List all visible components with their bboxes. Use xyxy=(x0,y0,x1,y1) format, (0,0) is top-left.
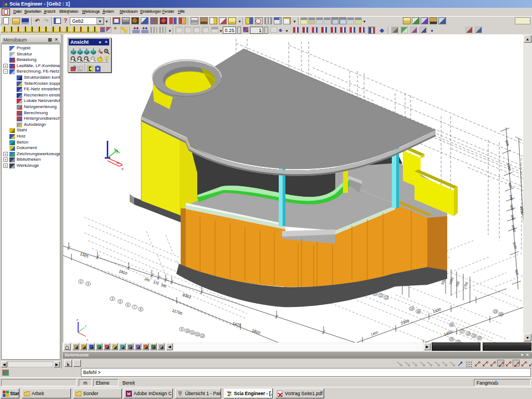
svg-text:15: 15 xyxy=(417,310,420,313)
svg-text:600: 600 xyxy=(505,140,510,147)
svg-text:13: 13 xyxy=(201,334,204,337)
svg-text:20: 20 xyxy=(499,313,503,316)
svg-text:16: 16 xyxy=(450,323,453,326)
svg-text:11700: 11700 xyxy=(172,308,183,315)
svg-text:1140: 1140 xyxy=(513,242,518,250)
svg-text:3: 3 xyxy=(112,297,114,300)
svg-text:1400: 1400 xyxy=(370,331,378,336)
svg-text:21: 21 xyxy=(450,337,453,341)
svg-text:265: 265 xyxy=(144,277,151,282)
svg-text:1325: 1325 xyxy=(80,252,89,258)
svg-text:19: 19 xyxy=(472,334,475,337)
svg-text:1050: 1050 xyxy=(507,163,511,171)
svg-text:430: 430 xyxy=(508,182,513,189)
svg-text:100: 100 xyxy=(455,280,460,287)
svg-text:1810: 1810 xyxy=(119,269,128,275)
svg-text:18: 18 xyxy=(467,332,470,335)
svg-text:5: 5 xyxy=(120,300,121,303)
svg-text:2: 2 xyxy=(80,280,82,283)
svg-text:370: 370 xyxy=(153,280,160,285)
svg-text:z: z xyxy=(76,318,78,321)
svg-text:300: 300 xyxy=(510,214,515,221)
svg-text:1475: 1475 xyxy=(232,321,242,328)
svg-text:1750: 1750 xyxy=(463,281,468,289)
svg-text:19: 19 xyxy=(494,310,497,313)
svg-text:550: 550 xyxy=(514,269,519,276)
svg-text:12: 12 xyxy=(379,294,382,297)
svg-text:4: 4 xyxy=(88,282,89,285)
svg-text:x: x xyxy=(121,166,124,171)
svg-text:8: 8 xyxy=(140,308,142,311)
svg-text:7: 7 xyxy=(134,305,136,309)
svg-text:y: y xyxy=(85,324,86,328)
svg-text:20: 20 xyxy=(478,336,481,340)
svg-text:14: 14 xyxy=(410,307,413,310)
svg-text:1000: 1000 xyxy=(511,224,516,233)
svg-text:10: 10 xyxy=(186,329,189,332)
svg-text:380: 380 xyxy=(161,283,167,288)
svg-text:x: x xyxy=(86,338,88,341)
svg-text:12: 12 xyxy=(196,332,199,336)
svg-text:1450: 1450 xyxy=(443,330,453,336)
svg-text:17: 17 xyxy=(461,330,464,333)
svg-text:11: 11 xyxy=(191,331,193,334)
svg-text:9: 9 xyxy=(181,328,183,331)
svg-text:6: 6 xyxy=(127,303,129,306)
svg-text:8362: 8362 xyxy=(182,293,192,299)
svg-text:13: 13 xyxy=(385,296,388,299)
svg-text:1000: 1000 xyxy=(448,277,454,285)
